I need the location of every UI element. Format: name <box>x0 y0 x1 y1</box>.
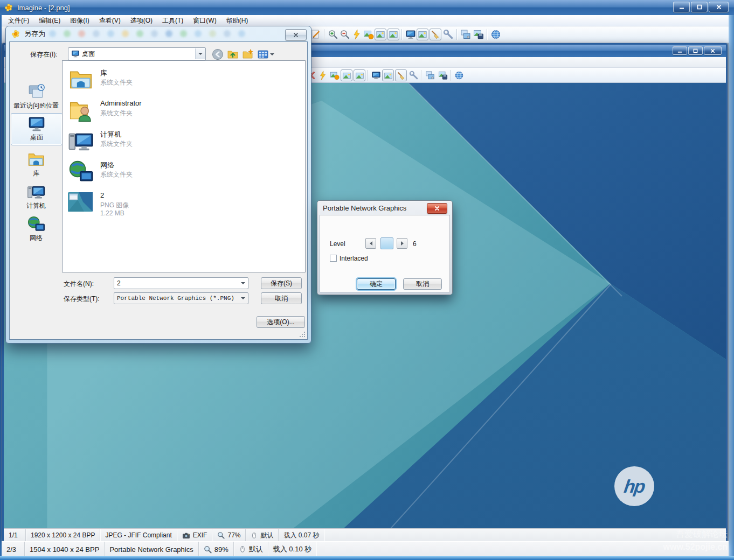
sidebar-item-desktop[interactable]: 桌面 <box>11 113 63 145</box>
toolbar-separator <box>324 29 324 40</box>
png-dialog-titlebar[interactable]: Portable Network Graphics <box>317 201 452 215</box>
minimize-button[interactable] <box>673 46 687 55</box>
minimize-button[interactable] <box>673 2 690 12</box>
list-item-administrator[interactable]: Administrator 系统文件夹 <box>67 97 299 127</box>
zoom-in-icon[interactable] <box>327 29 339 40</box>
sidebar-item-network[interactable]: 网络 <box>11 215 61 243</box>
browse-mode-icon[interactable] <box>382 69 394 81</box>
fullscreen-icon[interactable] <box>405 29 417 40</box>
list-item-libraries[interactable]: 库 系统文件夹 <box>67 66 299 96</box>
effects-icon[interactable] <box>317 69 329 81</box>
combo-dropdown-arrow[interactable] <box>238 293 247 303</box>
menu-image[interactable]: 图像(I) <box>65 15 94 26</box>
set-wallpaper-icon[interactable] <box>329 69 341 81</box>
effects-icon[interactable] <box>351 29 363 40</box>
copy-file-icon[interactable] <box>460 29 472 40</box>
back-icon[interactable] <box>211 48 224 61</box>
ok-button[interactable]: 确定 <box>357 278 396 290</box>
cancel-button[interactable]: 取消 <box>261 292 302 304</box>
computer-icon <box>27 183 45 201</box>
status-load-time: 载入 0.10 秒 <box>268 542 317 557</box>
window-border-left <box>0 15 2 556</box>
close-icon[interactable] <box>285 29 307 40</box>
status-position: 2/3 <box>2 542 25 557</box>
menu-tools[interactable]: 工具(T) <box>157 15 188 26</box>
mouse-icon <box>239 545 246 553</box>
set-wallpaper-icon[interactable] <box>363 29 375 40</box>
save-button[interactable]: 保存(S) <box>261 277 302 289</box>
maximize-button[interactable] <box>691 2 708 12</box>
level-slider-thumb[interactable] <box>380 237 393 249</box>
list-item-computer[interactable]: 计算机 系统文件夹 <box>67 128 299 158</box>
desktop-icon <box>71 50 80 58</box>
cancel-button[interactable]: 取消 <box>403 278 442 290</box>
edit-image-icon[interactable] <box>310 29 322 40</box>
sidebar-item-label: 网络 <box>11 234 61 243</box>
options-button[interactable]: 选项(O)... <box>257 316 305 328</box>
menu-edit[interactable]: 编辑(E) <box>34 15 65 26</box>
status-exif[interactable]: EXIF <box>177 529 213 541</box>
png-dialog-body: Level 6 Interlaced 确定 取消 <box>320 215 450 292</box>
move-file-icon[interactable] <box>473 29 484 40</box>
file-type: 系统文件夹 <box>100 139 133 149</box>
sidebar-item-computer[interactable]: 计算机 <box>11 183 61 211</box>
menu-help[interactable]: 帮助(H) <box>221 15 253 26</box>
combo-dropdown-arrow[interactable] <box>195 48 205 59</box>
toolbar-separator <box>421 70 421 81</box>
help-icon[interactable] <box>490 29 502 40</box>
main-window-title: Imagine - [2.png] <box>17 4 70 12</box>
close-button[interactable] <box>709 2 729 12</box>
views-menu-icon[interactable] <box>257 48 275 61</box>
save-in-value: 桌面 <box>82 50 95 59</box>
menu-window[interactable]: 窗口(W) <box>188 15 221 26</box>
toolbar-separator <box>487 29 487 40</box>
file-type: PNG 图像 <box>100 201 129 210</box>
menu-options[interactable]: 选项(O) <box>126 15 157 26</box>
browse-mode-icon[interactable] <box>417 29 428 40</box>
actual-size-icon[interactable] <box>387 29 399 40</box>
save-dialog-title: 另存为 <box>24 29 45 39</box>
save-in-combobox[interactable]: 桌面 <box>68 47 206 60</box>
close-icon[interactable] <box>427 203 447 214</box>
sidebar-item-libraries[interactable]: 库 <box>11 151 61 178</box>
fit-to-window-icon[interactable] <box>375 29 386 40</box>
move-file-icon[interactable] <box>437 69 449 81</box>
help-icon[interactable] <box>453 69 465 81</box>
save-dialog-titlebar[interactable]: 另存为 <box>6 26 311 41</box>
clean-icon[interactable] <box>395 69 407 81</box>
sidebar-item-recent-places[interactable]: 最近访问的位置 <box>11 83 61 110</box>
interlaced-checkbox[interactable] <box>330 255 337 262</box>
clean-icon[interactable] <box>430 29 441 40</box>
toolbar-separator <box>401 29 402 40</box>
main-window-titlebar[interactable]: Imagine - [2.png] <box>0 0 734 15</box>
close-button[interactable] <box>704 46 722 55</box>
settings-icon[interactable] <box>442 29 454 40</box>
imagine-app-icon <box>11 30 20 38</box>
status-zoom: 77% <box>212 529 246 541</box>
level-decrease-icon[interactable] <box>365 238 376 249</box>
restore-button[interactable] <box>688 46 703 55</box>
filename-input[interactable]: 2 <box>114 277 248 289</box>
mouse-icon <box>251 532 258 539</box>
list-item-image-file[interactable]: 2 PNG 图像 1.22 MB <box>67 189 299 219</box>
fullscreen-icon[interactable] <box>370 69 382 81</box>
resize-grip[interactable] <box>299 331 306 338</box>
copy-file-icon[interactable] <box>424 69 436 81</box>
new-folder-icon[interactable] <box>241 48 254 61</box>
status-dimensions: 1920 x 1200 x 24 BPP <box>26 529 100 541</box>
settings-icon[interactable] <box>408 69 420 81</box>
level-increase-icon[interactable] <box>397 238 407 249</box>
fit-to-window-icon[interactable] <box>341 69 352 81</box>
list-item-network[interactable]: 网络 系统文件夹 <box>67 158 299 188</box>
status-load-time: 载入 0.07 秒 <box>279 529 324 541</box>
filename-label: 文件名(N): <box>64 279 94 289</box>
combo-dropdown-arrow[interactable] <box>238 278 247 288</box>
actual-size-icon[interactable] <box>354 69 365 81</box>
status-format: Portable Network Graphics <box>105 542 198 557</box>
up-one-level-icon[interactable] <box>226 48 239 61</box>
filetype-combobox[interactable]: Portable Network Graphics (*.PNG) <box>114 292 248 304</box>
file-name: 计算机 <box>100 130 121 139</box>
menu-view[interactable]: 查看(V) <box>94 15 126 26</box>
zoom-out-icon[interactable] <box>339 29 351 40</box>
menu-file[interactable]: 文件(F) <box>3 15 34 26</box>
